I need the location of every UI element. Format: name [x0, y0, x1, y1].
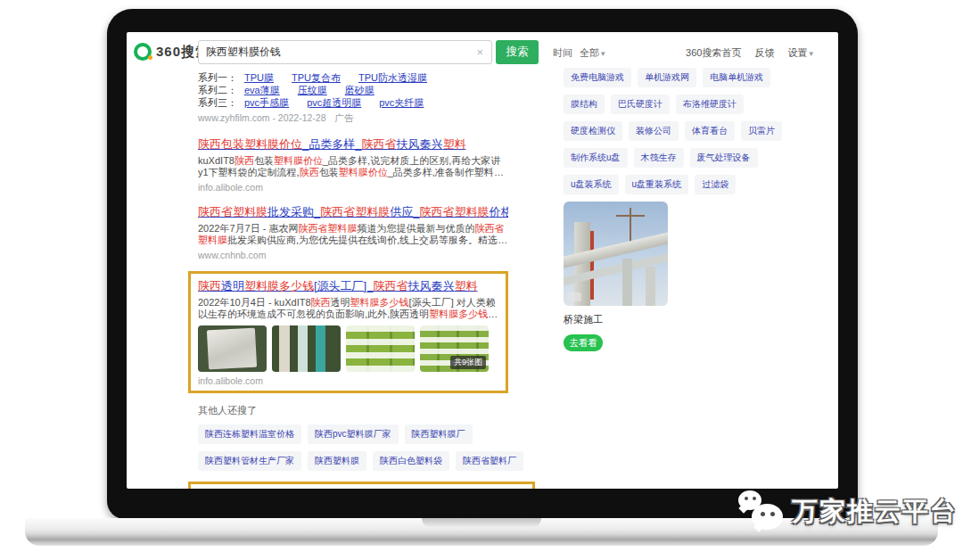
ad-series-row: 系列二：eva薄膜压纹膜磨砂膜 [198, 84, 508, 96]
search-result: 陕西一次性塑料膜多少钱#专业厂家批发(2022更新中)(今日/行情)_...ku… [188, 482, 535, 489]
result-source: www.cnhnb.com [198, 250, 508, 260]
related-search-pill[interactable]: 陕西白色塑料袋 [373, 451, 449, 471]
search-result: 陕西透明塑料膜多少钱[源头工厂]_陕西省扶风秦兴塑料2022年10月4日 - k… [188, 271, 508, 393]
ad-link[interactable]: 压纹膜 [298, 84, 327, 96]
sidebar-tag-pill[interactable]: 电脑单机游戏 [703, 68, 770, 87]
settings-link[interactable]: 设置▾ [787, 46, 813, 60]
sidebar-tag-pill[interactable]: 体育看台 [685, 121, 735, 141]
scope-filter-label: 全部 [580, 47, 599, 58]
sidebar-tag-pill[interactable]: 贝雷片 [741, 121, 782, 141]
text-segment: 陕西 [198, 279, 221, 292]
related-search-pill[interactable]: 陕西塑料膜厂 [405, 424, 473, 444]
text-segment: 陕西省 [373, 279, 407, 292]
go-see-button[interactable]: 去看看 [564, 334, 603, 351]
sidebar-tag-pill[interactable]: 制作系统u盘 [564, 148, 628, 168]
sidebar-tag-pill[interactable]: 膜结构 [564, 95, 605, 114]
text-segment: 塑料膜多少钱 [244, 279, 314, 292]
plastic-sheet-photo[interactable] [198, 325, 267, 372]
ad-series-label: 系列二： [198, 84, 237, 96]
ad-link[interactable]: TPU复合布 [292, 71, 341, 84]
text-segment: 陕西 [311, 297, 331, 308]
text-segment: 塑料膜价位 [339, 167, 388, 177]
bridge-construction-photo[interactable] [564, 202, 668, 306]
watermark: 万家推云平台 [738, 490, 958, 533]
image-card-caption: 桥梁施工 [564, 313, 838, 326]
sidebar-tag-pill[interactable]: 过滤袋 [695, 175, 736, 194]
text-segment: 塑料 [442, 137, 465, 151]
laptop-base-notch [422, 518, 541, 528]
search-box[interactable]: × [198, 40, 492, 64]
result-title-link[interactable]: 陕西透明塑料膜多少钱[源头工厂]_陕西省扶风秦兴塑料 [198, 279, 498, 293]
standing-film-rolls-photo[interactable] [272, 325, 341, 372]
chevron-down-icon: ▾ [809, 49, 813, 58]
sidebar-tag-pill[interactable]: 废气处理设备 [690, 148, 758, 168]
sidebar-tag-pill[interactable]: 免费电脑游戏 [564, 68, 631, 87]
text-segment: 陕西省塑料膜 [198, 205, 268, 218]
result-title-link[interactable]: 陕西包装塑料膜价位_品类多样_陕西省扶风秦兴塑料 [198, 137, 508, 152]
related-search-pill[interactable]: 陕西省塑料厂 [456, 451, 523, 471]
text-segment: 透明 [221, 279, 244, 292]
related-searches: 其他人还搜了 陕西连栋塑料温室价格陕西pvc塑料膜厂家陕西塑料膜厂陕西塑料管材生… [198, 404, 508, 471]
sidebar-tag-pill[interactable]: 硬度检测仪 [564, 121, 622, 141]
text-segment: 2022年7月7日 - 惠农网 [198, 223, 298, 234]
sidebar-tag-pill[interactable]: u盘重装系统 [625, 175, 689, 194]
ad-series-row: 系列三：pvc手感膜pvc超透明膜pvc夹纤膜 [198, 96, 508, 109]
results-top-group: 陕西包装塑料膜价位_品类多样_陕西省扶风秦兴塑料kuXdIT8陕西包装塑料膜价位… [198, 137, 508, 393]
related-searches-label: 其他人还搜了 [198, 404, 508, 417]
sidebar-tag-pill[interactable]: 木筏生存 [634, 148, 684, 168]
360-logo-icon [134, 43, 152, 61]
sidebar-tag-pill[interactable]: 布洛维硬度计 [676, 95, 744, 114]
text-segment: 透明 [331, 297, 350, 308]
ad-link[interactable]: pvc夹纤膜 [379, 96, 424, 109]
laptop-screen: 360搜索 × 搜索 时间 全部▾ 360搜索首页 反馈 设置▾ 系列一：TPU… [127, 32, 838, 489]
search-input[interactable] [199, 46, 468, 59]
related-search-pill[interactable]: 陕西塑料管材生产厂家 [198, 451, 301, 471]
search-result: 陕西省塑料膜批发采购_陕西省塑料膜供应_陕西省塑料膜价格_陕...2022年7月… [198, 205, 508, 260]
feedback-link[interactable]: 反馈 [754, 46, 774, 60]
image-count-badge: 共9张图 [450, 356, 486, 369]
ad-link[interactable]: TPU防水透湿膜 [358, 71, 427, 84]
related-search-pill[interactable]: 陕西塑料膜 [308, 451, 366, 471]
sidebar-tag-pill[interactable]: 装修公司 [629, 121, 679, 141]
ad-link[interactable]: eva薄膜 [244, 84, 280, 96]
text-segment: 包装 [254, 155, 274, 166]
sidebar-tag-row: 膜结构巴氏硬度计布洛维硬度计 [564, 95, 838, 114]
settings-link-label: 设置 [787, 46, 807, 60]
time-filter[interactable]: 时间 [553, 46, 572, 60]
result-thumbnails: 共9张图 [198, 325, 498, 372]
sidebar-tag-pill[interactable]: 巴氏硬度计 [611, 95, 670, 114]
sidebar-tag-row: 硬度检测仪装修公司体育看台贝雷片 [564, 121, 838, 141]
ad-series-label: 系列三： [198, 96, 237, 109]
clear-search-icon[interactable]: × [468, 45, 491, 59]
related-search-pill[interactable]: 陕西pvc塑料膜厂家 [308, 424, 399, 444]
chevron-down-icon: ▾ [601, 49, 605, 58]
home-link[interactable]: 360搜索首页 [686, 46, 741, 60]
ad-link[interactable]: pvc超透明膜 [307, 96, 361, 109]
green-film-rolls-photo[interactable] [346, 325, 415, 372]
green-film-rolls-photo-2[interactable]: 共9张图 [420, 325, 489, 372]
results-bottom-group: 陕西一次性塑料膜多少钱#专业厂家批发(2022更新中)(今日/行情)_...ku… [198, 482, 508, 489]
text-segment: 陕西省塑料膜 [419, 205, 489, 218]
result-source: info.alibole.com [198, 182, 508, 193]
related-search-pill[interactable]: 陕西连栋塑料温室价格 [198, 424, 301, 444]
related-search-row: 陕西塑料管材生产厂家陕西塑料膜陕西白色塑料袋陕西省塑料厂 [198, 451, 508, 471]
text-segment: [源头工厂]_ [314, 279, 373, 292]
text-segment: 频道为您提供最新与优质的 [357, 223, 474, 234]
sidebar-tag-pill[interactable]: 单机游戏网 [638, 68, 696, 87]
text-segment: 塑料膜多少钱 [429, 309, 498, 319]
ad-series-row: 系列一：TPU膜TPU复合布TPU防水透湿膜 [198, 71, 508, 84]
ad-links-block: 系列一：TPU膜TPU复合布TPU防水透湿膜系列二：eva薄膜压纹膜磨砂膜系列三… [198, 71, 508, 109]
crane-jib [616, 215, 646, 217]
scope-filter[interactable]: 全部▾ [580, 46, 605, 60]
ad-link[interactable]: pvc手感膜 [244, 96, 289, 109]
sidebar-tag-pill[interactable]: u盘装系统 [564, 175, 619, 194]
ad-link[interactable]: TPU膜 [244, 71, 274, 84]
result-description: 2022年10月4日 - kuXdIT8陕西透明塑料膜多少钱[源头工厂] 对人类… [198, 297, 498, 320]
search-button[interactable]: 搜索 [496, 40, 539, 64]
result-title-link[interactable]: 陕西省塑料膜批发采购_陕西省塑料膜供应_陕西省塑料膜价格_陕... [198, 205, 508, 219]
text-segment: 陕西省 [361, 137, 396, 151]
ad-link[interactable]: 磨砂膜 [345, 84, 374, 96]
result-source: info.alibole.com [198, 375, 498, 386]
text-segment: 扶风秦兴 [396, 137, 442, 151]
text-segment: 价格_ [489, 205, 508, 218]
